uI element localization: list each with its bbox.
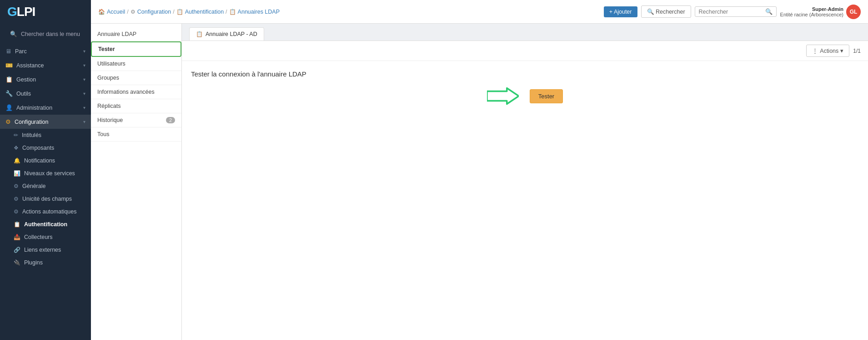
- sidebar-item-parc[interactable]: 🖥 Parc ▾: [0, 44, 91, 58]
- sidebar-sub-item-unicite[interactable]: ⚙ Unicité des champs: [0, 193, 91, 205]
- chevron-down-icon: ▾: [83, 77, 85, 82]
- sidebar-sub-item-intitules[interactable]: ✏ Intitulés: [0, 129, 91, 142]
- liens-externes-icon: 🔗: [14, 247, 20, 253]
- arrow-right-icon: [487, 87, 519, 105]
- sidebar-assistance-label: Assistance: [16, 62, 44, 69]
- search-magnifier-icon: 🔍: [765, 8, 773, 15]
- sidebar-sub-plugins-label: Plugins: [24, 259, 43, 266]
- avatar[interactable]: GL: [846, 5, 861, 19]
- sidebar-search-area: 🔍 Chercher dans le menu: [0, 24, 91, 44]
- chevron-down-icon: ▾: [83, 105, 85, 110]
- composants-icon: ❖: [14, 145, 19, 151]
- left-panel-item-groupes[interactable]: Groupes: [91, 71, 181, 85]
- actions-chevron-icon: ▾: [840, 47, 843, 54]
- sidebar-administration-label: Administration: [16, 105, 52, 111]
- actions-label: Actions: [820, 48, 838, 54]
- chevron-down-icon: ▾: [83, 91, 85, 96]
- search-input[interactable]: [699, 9, 763, 15]
- left-panel-item-utilisateurs[interactable]: Utilisateurs: [91, 57, 181, 71]
- topbar-actions: + Ajouter 🔍 Rechercher: [604, 5, 691, 18]
- action-bar: ⋮ Actions ▾ 1/1: [182, 41, 868, 61]
- tab-annuaire-ldap-ad[interactable]: 📋 Annuaire LDAP - AD: [189, 27, 264, 41]
- left-panel-item-replicats[interactable]: Réplicats: [91, 99, 181, 113]
- sidebar: GLPI 🔍 Chercher dans le menu 🖥 Parc ▾ 🎫 …: [0, 0, 91, 340]
- tester-label: Tester: [98, 46, 115, 52]
- config-bc-icon: ⚙: [130, 9, 135, 15]
- left-panel-item-annuaire-ldap[interactable]: Annuaire LDAP: [91, 27, 181, 41]
- sidebar-sub-item-collecteurs[interactable]: 📥 Collecteurs: [0, 231, 91, 244]
- outils-icon: 🔧: [5, 90, 13, 97]
- sidebar-sub-authentification-label: Authentification: [24, 221, 67, 228]
- user-area: Super-Admin Entité racine (Arborescence)…: [780, 5, 861, 19]
- sidebar-sub-actions-auto-label: Actions automatiques: [22, 208, 77, 215]
- historique-badge: 2: [166, 117, 175, 123]
- auth-bc-icon: 📋: [176, 9, 183, 15]
- sidebar-gestion-label: Gestion: [16, 76, 36, 83]
- actions-auto-icon: ⚙: [14, 208, 19, 215]
- ldap-bc-icon: 📋: [229, 9, 236, 15]
- sidebar-sub-niveaux-label: Niveaux de services: [24, 170, 75, 177]
- left-panel-item-historique[interactable]: Historique 2: [91, 113, 181, 127]
- tester-button[interactable]: Tester: [530, 89, 563, 103]
- sidebar-search-label: Chercher dans le menu: [21, 31, 80, 37]
- replicats-label: Réplicats: [97, 103, 120, 109]
- sidebar-configuration-label: Configuration: [15, 119, 48, 125]
- chevron-up-icon: ▾: [83, 119, 85, 124]
- tous-label: Tous: [97, 131, 109, 137]
- tab-bar: 📋 Annuaire LDAP - AD: [182, 24, 868, 41]
- sidebar-sub-item-notifications[interactable]: 🔔 Notifications: [0, 154, 91, 167]
- user-name: Super-Admin: [780, 6, 843, 12]
- notifications-icon: 🔔: [14, 157, 20, 164]
- section-title: Tester la connexion à l'annuaire LDAP: [191, 70, 859, 78]
- left-panel-item-tous[interactable]: Tous: [91, 127, 181, 142]
- add-button[interactable]: + Ajouter: [604, 6, 637, 17]
- sidebar-sub-intitules-label: Intitulés: [22, 132, 41, 138]
- sidebar-item-administration[interactable]: 👤 Administration ▾: [0, 101, 91, 115]
- plugins-icon: 🔌: [14, 259, 20, 266]
- sidebar-sub-item-niveaux[interactable]: 📊 Niveaux de services: [0, 167, 91, 180]
- sidebar-sub-item-composants[interactable]: ❖ Composants: [0, 142, 91, 154]
- sidebar-parc-label: Parc: [15, 48, 27, 55]
- configuration-icon: ⚙: [5, 118, 11, 125]
- left-panel-item-informations-avancees[interactable]: Informations avancées: [91, 85, 181, 99]
- main-area: 🏠 Accueil / ⚙ Configuration / 📋 Authenti…: [91, 0, 868, 340]
- sidebar-sub-item-plugins[interactable]: 🔌 Plugins: [0, 256, 91, 269]
- gestion-icon: 📋: [5, 76, 13, 83]
- logo-area: GLPI: [0, 0, 91, 24]
- unicite-icon: ⚙: [14, 196, 19, 202]
- administration-icon: 👤: [5, 104, 13, 111]
- breadcrumb-annuaires-ldap[interactable]: Annuaires LDAP: [238, 9, 280, 15]
- search-button[interactable]: 🔍 Rechercher: [641, 5, 691, 18]
- sidebar-item-gestion[interactable]: 📋 Gestion ▾: [0, 72, 91, 86]
- user-entity: Entité racine (Arborescence): [780, 12, 843, 17]
- collecteurs-icon: 📥: [14, 234, 20, 240]
- intitules-icon: ✏: [14, 132, 18, 138]
- sidebar-item-configuration[interactable]: ⚙ Configuration ▾: [0, 115, 91, 129]
- sidebar-sub-liens-externes-label: Liens externes: [24, 247, 61, 253]
- actions-button[interactable]: ⋮ Actions ▾: [806, 45, 849, 57]
- sidebar-search-item[interactable]: 🔍 Chercher dans le menu: [5, 27, 85, 41]
- sidebar-item-assistance[interactable]: 🎫 Assistance ▾: [0, 58, 91, 72]
- sidebar-sub-item-actions-auto[interactable]: ⚙ Actions automatiques: [0, 205, 91, 218]
- pagination-info: 1/1: [853, 48, 861, 54]
- informations-avancees-label: Informations avancées: [97, 89, 155, 95]
- sidebar-sub-generale-label: Générale: [22, 183, 45, 189]
- chevron-down-icon: ▾: [83, 49, 85, 54]
- breadcrumb-accueil[interactable]: Accueil: [107, 9, 125, 15]
- parc-icon: 🖥: [5, 48, 11, 55]
- sidebar-item-outils[interactable]: 🔧 Outils ▾: [0, 86, 91, 101]
- left-panel-item-tester[interactable]: Tester: [91, 41, 181, 57]
- sidebar-sub-notifications-label: Notifications: [24, 157, 55, 164]
- test-connection-area: Tester: [191, 87, 859, 105]
- topbar: 🏠 Accueil / ⚙ Configuration / 📋 Authenti…: [91, 0, 868, 24]
- breadcrumb: 🏠 Accueil / ⚙ Configuration / 📋 Authenti…: [98, 9, 600, 15]
- breadcrumb-authentification[interactable]: Authentification: [185, 9, 224, 15]
- content-area: Annuaire LDAP Tester Utilisateurs Groupe…: [91, 24, 868, 340]
- groupes-label: Groupes: [97, 75, 119, 81]
- sidebar-sub-item-generale[interactable]: ⚙ Générale: [0, 180, 91, 193]
- search-icon: 🔍: [10, 30, 17, 37]
- breadcrumb-configuration[interactable]: Configuration: [137, 9, 171, 15]
- left-panel: Annuaire LDAP Tester Utilisateurs Groupe…: [91, 24, 182, 340]
- sidebar-sub-item-liens-externes[interactable]: 🔗 Liens externes: [0, 244, 91, 256]
- sidebar-sub-item-authentification[interactable]: 📋 Authentification: [0, 218, 91, 231]
